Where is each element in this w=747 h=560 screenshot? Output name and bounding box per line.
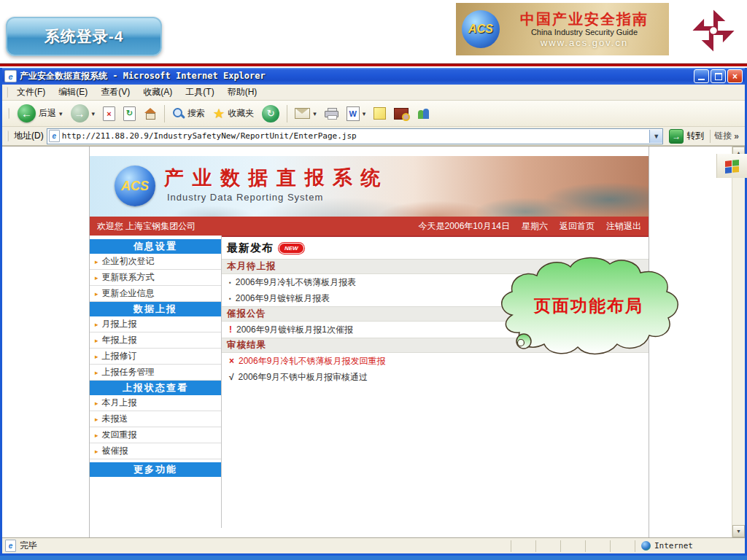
sidebar-item-label: 上报任务管理 bbox=[102, 366, 155, 378]
home-link[interactable]: 返回首页 bbox=[560, 220, 595, 233]
sidebar-item[interactable]: ▸企业初次登记 bbox=[90, 254, 221, 270]
sidebar-item-label: 年报上报 bbox=[102, 334, 137, 346]
close-button[interactable]: × bbox=[727, 69, 743, 83]
sidebar-item-label: 本月上报 bbox=[102, 397, 137, 409]
sidebar-group-header: 上报状态查看 bbox=[90, 381, 221, 395]
go-arrow-icon: → bbox=[669, 129, 684, 144]
sidebar-item[interactable]: ▸更新联系方式 bbox=[90, 270, 221, 286]
stop-icon: × bbox=[103, 106, 115, 121]
banner-acs-globe-icon: ACS bbox=[115, 166, 155, 206]
scroll-down-button[interactable]: ▼ bbox=[732, 525, 745, 537]
arrow-bullet-icon: ▸ bbox=[95, 337, 98, 344]
restore-button[interactable] bbox=[711, 69, 726, 83]
sidebar-item-label: 月报上报 bbox=[102, 318, 137, 330]
sidebar-item[interactable]: ▸被催报 bbox=[90, 443, 221, 459]
sidebar-item[interactable]: ▸月报上报 bbox=[90, 316, 221, 332]
navigation-toolbar: ← 后退 ▾ → ▾ × ↻ bbox=[2, 101, 745, 127]
page-banner: ACS 产 业 数 据 直 报 系 统 Industry Data Report… bbox=[90, 156, 649, 217]
url-page-icon: e bbox=[49, 130, 60, 142]
mail-dropdown-icon[interactable]: ▾ bbox=[313, 110, 317, 117]
arrow-bullet-icon: ▸ bbox=[95, 400, 98, 407]
arrow-bullet-icon: ▸ bbox=[95, 416, 98, 423]
word-dropdown-icon[interactable]: ▾ bbox=[363, 110, 366, 117]
banner-subtitle: Industry Data Reporting System bbox=[167, 192, 323, 203]
status-pane bbox=[585, 540, 610, 552]
arrow-bullet-icon: ▸ bbox=[95, 290, 98, 298]
address-input[interactable]: e http://211.88.20.9/IndustrySafetyNew/R… bbox=[47, 128, 664, 144]
url-text[interactable]: http://211.88.20.9/IndustrySafetyNew/Rep… bbox=[62, 131, 648, 141]
stop-button[interactable]: × bbox=[101, 105, 117, 122]
back-dropdown-icon[interactable]: ▾ bbox=[59, 110, 63, 117]
arrow-bullet-icon: ▸ bbox=[95, 353, 98, 360]
sidebar-item[interactable]: ▸发回重报 bbox=[90, 427, 221, 443]
forward-dropdown-icon[interactable]: ▾ bbox=[92, 110, 96, 117]
search-label: 搜索 bbox=[187, 107, 205, 120]
messenger-icon bbox=[417, 108, 431, 120]
sidebar-item-label: 被催报 bbox=[102, 445, 128, 457]
sidebar-item[interactable]: ▸更新企业信息 bbox=[90, 286, 221, 302]
date-text: 今天是2006年10月14日 bbox=[419, 220, 510, 233]
stop-x-glyph: × bbox=[107, 109, 111, 118]
arrow-bullet-icon: ▸ bbox=[95, 321, 98, 328]
status-panes: Internet bbox=[511, 540, 742, 552]
status-pane bbox=[560, 540, 585, 552]
history-button[interactable]: ↻ bbox=[260, 104, 282, 124]
edit-with-word-button[interactable]: W ▾ bbox=[344, 105, 368, 122]
menu-item[interactable]: 编辑(E) bbox=[52, 85, 94, 100]
back-button[interactable]: ← 后退 ▾ bbox=[15, 103, 65, 124]
forward-button[interactable]: → ▾ bbox=[69, 103, 98, 124]
slide: 系统登录-4 ACS 中国产业安全指南 China Industry Secur… bbox=[0, 0, 747, 560]
toolbar-grip[interactable] bbox=[6, 87, 8, 98]
sidebar-item-label: 企业初次登记 bbox=[102, 255, 155, 268]
links-label: 链接 bbox=[714, 130, 732, 142]
favorites-button[interactable]: ★ 收藏夹 bbox=[211, 106, 256, 122]
print-button[interactable] bbox=[322, 106, 341, 120]
status-bar: e 完毕 Internet bbox=[2, 537, 745, 553]
logout-link[interactable]: 注销退出 bbox=[606, 220, 641, 233]
refresh-button[interactable]: ↻ bbox=[121, 105, 138, 122]
vertical-scrollbar[interactable]: ▲ ▼ bbox=[732, 147, 745, 537]
search-icon bbox=[172, 107, 185, 120]
home-icon bbox=[144, 108, 157, 120]
mail-button[interactable]: ▾ bbox=[293, 106, 319, 120]
menu-item[interactable]: 文件(F) bbox=[10, 85, 52, 100]
report-item-label: 2006年9月冷轧不锈薄板月报表 bbox=[236, 276, 356, 289]
note-icon bbox=[374, 107, 386, 120]
research-button[interactable] bbox=[392, 106, 411, 121]
sidebar-item[interactable]: ▸本月上报 bbox=[90, 395, 221, 411]
banner-title: 产 业 数 据 直 报 系 统 bbox=[164, 165, 382, 191]
menu-item[interactable]: 工具(T) bbox=[179, 85, 220, 100]
slide-bottom-strip bbox=[0, 556, 747, 560]
address-dropdown-button[interactable]: ▼ bbox=[649, 130, 662, 143]
sidebar-group-header: 信息设置 bbox=[90, 239, 221, 254]
acs-globe-icon: ACS bbox=[462, 10, 500, 48]
menu-item[interactable]: 查看(V) bbox=[94, 85, 136, 100]
discuss-button[interactable] bbox=[371, 106, 388, 121]
go-button[interactable]: → 转到 bbox=[666, 129, 707, 144]
home-button[interactable] bbox=[142, 106, 159, 121]
messenger-button[interactable] bbox=[414, 106, 433, 121]
sidebar-item[interactable]: ▸上报任务管理 bbox=[90, 365, 221, 381]
sidebar-item[interactable]: ▸年报上报 bbox=[90, 332, 221, 349]
menu-item[interactable]: 收藏(A) bbox=[136, 85, 179, 100]
toolbar-grip[interactable] bbox=[7, 131, 9, 141]
title-bar[interactable]: e 产业安全数据直报系统 - Microsoft Internet Explor… bbox=[2, 68, 745, 85]
refresh-icon: ↻ bbox=[123, 106, 136, 121]
new-badge-icon: NEW bbox=[279, 244, 303, 253]
slide-divider-line bbox=[0, 63, 747, 66]
sidebar-item[interactable]: ▸上报修订 bbox=[90, 349, 221, 365]
sidebar-item[interactable]: ▸未报送 bbox=[90, 411, 221, 427]
search-button[interactable]: 搜索 bbox=[170, 106, 207, 121]
printer-paper bbox=[328, 115, 337, 120]
arrow-bullet-icon: ▸ bbox=[95, 448, 98, 455]
cloud-callout: 页面功能布局 bbox=[490, 254, 686, 362]
toolbar-grip[interactable] bbox=[7, 108, 9, 119]
book-search-icon bbox=[394, 108, 409, 120]
status-pane bbox=[511, 540, 535, 552]
minimize-button[interactable] bbox=[694, 69, 709, 83]
report-item[interactable]: √2006年9月不锈中板月报审核通过 bbox=[222, 369, 649, 385]
zone-label: Internet bbox=[654, 541, 693, 551]
status-pane bbox=[535, 540, 560, 552]
links-button[interactable]: 链接 » bbox=[710, 130, 743, 143]
menu-item[interactable]: 帮助(H) bbox=[221, 85, 264, 100]
